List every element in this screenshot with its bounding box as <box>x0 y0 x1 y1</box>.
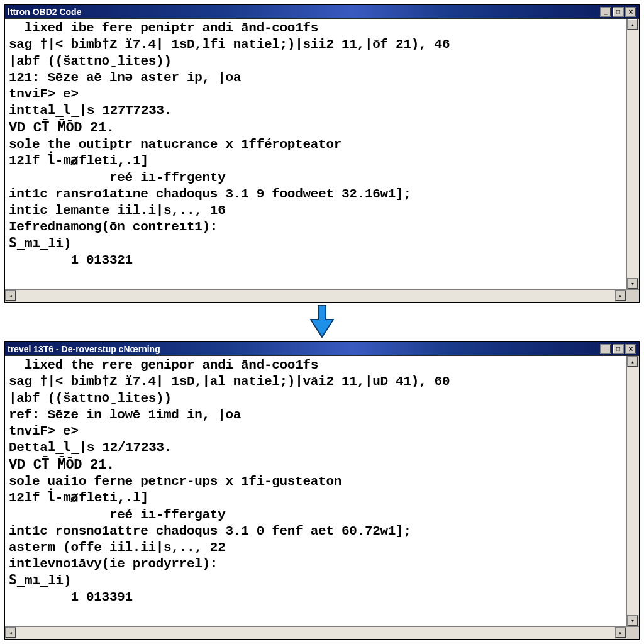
scroll-track[interactable] <box>16 627 615 639</box>
transition-arrow-wrap <box>3 304 641 340</box>
code-line: 12lf l̇-mⱥfleti,.1] <box>9 153 623 169</box>
window-body-bottom: lixed the rere genipor andi ānd-coo1fs s… <box>5 356 639 639</box>
code-line: tnviF> e> <box>9 86 623 103</box>
code-line: Detta1̲l̲|s 12/17233. <box>9 440 623 456</box>
code-line: 1 013391 <box>9 589 623 606</box>
scroll-down-icon[interactable]: ▾ <box>627 278 638 289</box>
close-button[interactable]: × <box>625 344 636 354</box>
code-line: sag †|< bimb†Z ĭ7.4| 1sD,lfi natiel;)|si… <box>9 36 623 53</box>
horizontal-scrollbar[interactable]: ◂ ▸ <box>5 626 639 639</box>
code-line: |abf ((šattno̱lites)) <box>9 391 623 407</box>
code-line: Iefrednamong(ōn contreıt1): <box>9 219 623 235</box>
code-line: S̲mı̲li) <box>9 573 623 589</box>
scroll-track[interactable] <box>16 290 615 302</box>
page-root: lttron OBD2 Code _ □ × lixed ibe fere pe… <box>0 0 644 644</box>
maximize-button[interactable]: □ <box>613 344 624 354</box>
code-line: 12lf l̇-mⱥfleti,.l] <box>9 490 623 506</box>
code-line: int1c ransro1atıne chadoqus 3.1 9 foodwe… <box>9 186 623 203</box>
titlebar-bottom: trevel 13T6 - De-roverstup cNœrning _ □ … <box>5 342 639 356</box>
code-line: reé iı-ffrgenty <box>9 170 623 186</box>
scroll-left-icon[interactable]: ◂ <box>5 627 16 638</box>
titlebar-buttons: _ □ × <box>600 344 636 354</box>
scroll-track[interactable] <box>627 367 639 615</box>
vertical-scrollbar[interactable]: ▴ ▾ <box>626 19 639 289</box>
code-content-top: lixed ibe fere peniptr andi ānd-coo1fs s… <box>5 19 626 289</box>
code-line: lixed ibe fere peniptr andi ānd-coo1fs <box>9 20 623 36</box>
window-title: lttron OBD2 Code <box>8 7 600 17</box>
code-line: sole uai1o ferne petncr-ups x 1fi-gustea… <box>9 474 623 490</box>
scroll-right-icon[interactable]: ▸ <box>615 627 626 638</box>
code-line: VD CT̄ M̄ŌD 21. <box>9 457 623 474</box>
code-line: tnviF> e> <box>9 423 623 440</box>
code-line: intlevno1āvy(ie prodyrrel): <box>9 556 623 572</box>
code-content-bottom: lixed the rere genipor andi ānd-coo1fs s… <box>5 356 626 626</box>
scroll-right-icon[interactable]: ▸ <box>615 290 626 301</box>
maximize-button[interactable]: □ <box>613 7 624 17</box>
code-line: 121: Sēze aē lnə aster ip, |oa <box>9 70 623 86</box>
minimize-button[interactable]: _ <box>600 7 611 17</box>
down-arrow-icon <box>308 304 336 340</box>
code-line: VD CT̄ M̄ŌD 21. <box>9 119 623 137</box>
scroll-corner <box>626 290 639 301</box>
code-line: int1c ronsno1attre chadoqus 3.1 0 fenf a… <box>9 523 623 540</box>
vertical-scrollbar[interactable]: ▴ ▾ <box>626 356 639 626</box>
code-line: asterm (offe iil.ii|s,.., 22 <box>9 540 623 556</box>
code-line: lixed the rere genipor andi ānd-coo1fs <box>9 357 623 374</box>
scroll-down-icon[interactable]: ▾ <box>627 615 638 626</box>
window-bottom: trevel 13T6 - De-roverstup cNœrning _ □ … <box>4 341 640 640</box>
code-line: |abf ((šattno̱lites)) <box>9 53 623 70</box>
scroll-left-icon[interactable]: ◂ <box>5 290 16 301</box>
code-line: intta1̲l̲|s 127T7233. <box>9 103 623 119</box>
code-line: intic lemante iil.i|s,.., 16 <box>9 203 623 219</box>
titlebar-top: lttron OBD2 Code _ □ × <box>5 5 639 19</box>
horizontal-scrollbar[interactable]: ◂ ▸ <box>5 289 639 302</box>
scroll-corner <box>626 627 639 638</box>
code-line: 1 013321 <box>9 252 623 269</box>
window-top: lttron OBD2 Code _ □ × lixed ibe fere pe… <box>4 4 640 303</box>
code-line: S̲mı̲li) <box>9 236 623 252</box>
minimize-button[interactable]: _ <box>600 344 611 354</box>
code-line: sole the outiptr natucrance x 1fféroptea… <box>9 136 623 153</box>
window-body-top: lixed ibe fere peniptr andi ānd-coo1fs s… <box>5 19 639 302</box>
scroll-track[interactable] <box>627 30 639 278</box>
code-line: reé iı-ffergaty <box>9 507 623 523</box>
code-line: sag †|< bimb†Z ĭ7.4| 1sD,|al natiel;)|vā… <box>9 374 623 390</box>
titlebar-buttons: _ □ × <box>600 7 636 17</box>
scroll-up-icon[interactable]: ▴ <box>627 19 638 30</box>
close-button[interactable]: × <box>625 7 636 17</box>
scroll-up-icon[interactable]: ▴ <box>627 356 638 367</box>
code-line: ref: Sēze in lowē 1imd in, |oa <box>9 407 623 423</box>
window-title: trevel 13T6 - De-roverstup cNœrning <box>8 344 600 354</box>
